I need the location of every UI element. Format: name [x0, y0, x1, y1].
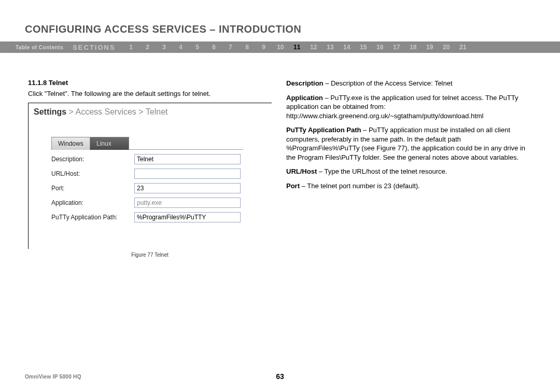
application-input[interactable] — [134, 198, 241, 208]
section-5[interactable]: 5 — [189, 44, 206, 51]
section-7[interactable]: 7 — [222, 44, 239, 51]
desc-text: – Description of the Access Service: Tel… — [324, 79, 453, 87]
tab-linux[interactable]: Linux — [90, 137, 129, 150]
subsection-heading: 11.1.8 Telnet — [28, 79, 272, 87]
section-9[interactable]: 9 — [256, 44, 272, 51]
section-10[interactable]: 10 — [272, 44, 289, 51]
port-label: Port: — [51, 185, 134, 192]
left-column: 11.1.8 Telnet Click "Telnet". The follow… — [28, 79, 272, 258]
desc-block: Description – Description of the Access … — [286, 79, 535, 88]
description-label: Description: — [51, 156, 134, 163]
figure-screenshot: Settings > Access Services > Telnet Wind… — [28, 103, 272, 249]
description-input[interactable] — [134, 154, 241, 164]
os-tabs: Windows Linux — [51, 136, 243, 150]
section-16[interactable]: 16 — [372, 44, 388, 51]
section-8[interactable]: 8 — [239, 44, 256, 51]
toc-link[interactable]: Table of Contents — [16, 45, 63, 50]
section-1[interactable]: 1 — [123, 44, 139, 51]
section-3[interactable]: 3 — [156, 44, 173, 51]
figure-caption: Figure 77 Telnet — [28, 252, 272, 258]
breadcrumb-tail: Telnet — [146, 107, 168, 116]
intro-text: Click "Telnet". The following are the de… — [28, 90, 272, 97]
right-column: Description – Description of the Access … — [286, 79, 535, 258]
section-21[interactable]: 21 — [455, 44, 471, 51]
port-block: Port – The telnet port number is 23 (def… — [286, 181, 535, 191]
desc-label: Description — [286, 79, 324, 87]
tab-windows[interactable]: Windows — [51, 137, 90, 150]
breadcrumb-root: Settings — [34, 107, 66, 116]
app-label: Application — [286, 94, 323, 102]
page-title: CONFIGURING ACCESS SERVICES – INTRODUCTI… — [0, 0, 560, 41]
section-12[interactable]: 12 — [305, 44, 322, 51]
path-block: PuTTy Application Path – PuTTy applicati… — [286, 125, 535, 162]
urlhost-input[interactable] — [134, 169, 241, 179]
url-text: – Type the URL/host of the telnet resour… — [317, 167, 447, 175]
section-11[interactable]: 11 — [289, 44, 305, 51]
url-block: URL/Host – Type the URL/host of the teln… — [286, 167, 535, 176]
port-text: – The telnet port number is 23 (default)… — [300, 182, 420, 190]
section-nav: Table of Contents SECTIONS 1 2 3 4 5 6 7… — [0, 41, 560, 53]
section-6[interactable]: 6 — [206, 44, 222, 51]
application-label: Application: — [51, 199, 134, 206]
url-label: URL/Host — [286, 167, 317, 175]
section-19[interactable]: 19 — [422, 44, 438, 51]
breadcrumb-mid: > Access Services > — [66, 107, 146, 116]
section-2[interactable]: 2 — [139, 44, 156, 51]
breadcrumb: Settings > Access Services > Telnet — [29, 103, 272, 122]
section-13[interactable]: 13 — [322, 44, 339, 51]
path-label: PuTTy Application Path — [286, 126, 361, 134]
section-18[interactable]: 18 — [405, 44, 422, 51]
sections-label: SECTIONS — [73, 44, 115, 51]
section-15[interactable]: 15 — [355, 44, 372, 51]
settings-panel: Windows Linux Description: URL/Host: Por… — [51, 136, 272, 222]
section-17[interactable]: 17 — [388, 44, 405, 51]
app-block: Application – PuTTy.exe is the applicati… — [286, 93, 535, 121]
putty-path-input[interactable] — [134, 212, 241, 222]
page-number: 63 — [0, 372, 560, 381]
port-label-right: Port — [286, 182, 300, 190]
section-14[interactable]: 14 — [339, 44, 355, 51]
section-20[interactable]: 20 — [438, 44, 455, 51]
section-4[interactable]: 4 — [173, 44, 189, 51]
putty-path-label: PuTTy Application Path: — [51, 214, 134, 221]
content-area: 11.1.8 Telnet Click "Telnet". The follow… — [0, 53, 560, 258]
port-input[interactable] — [134, 183, 241, 193]
urlhost-label: URL/Host: — [51, 170, 134, 177]
